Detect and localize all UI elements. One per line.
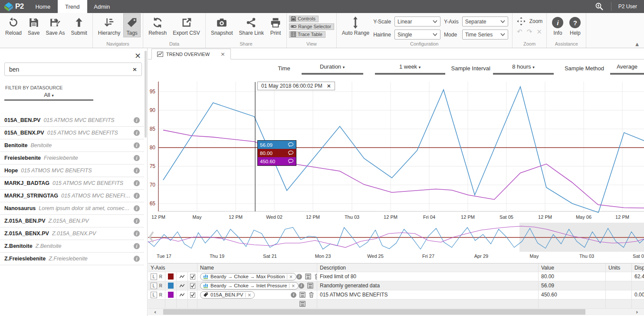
save-button[interactable]: Save (25, 13, 43, 37)
range-selector-toggle[interactable]: Range Selector (289, 23, 334, 30)
line-style-cell[interactable] (177, 272, 188, 281)
trash-icon[interactable] (314, 273, 317, 280)
tag-list-item[interactable]: Hope 015 ATMOS MVC BENEFITS i (0, 165, 144, 177)
tag-info-icon[interactable]: i (134, 180, 140, 186)
axis-left-button[interactable]: L (151, 292, 157, 298)
calculator-icon[interactable] (299, 292, 306, 298)
comment-bubble-icon[interactable] (288, 151, 294, 155)
search-clear-icon[interactable]: × (132, 66, 137, 72)
tag-info-icon[interactable]: i (134, 205, 140, 211)
calculator-icon[interactable] (305, 273, 311, 280)
tag-info-icon[interactable]: i (134, 142, 140, 148)
tag-info-icon[interactable]: i (134, 155, 140, 161)
tag-info-icon[interactable]: i (134, 130, 140, 136)
calculator-icon[interactable] (307, 283, 313, 289)
trace-table-toggle[interactable]: Trace Table (289, 31, 325, 38)
tag-list-item[interactable]: Z.Freieslebenite Z.Freieslebenite i (0, 253, 144, 265)
sidebar-close-icon[interactable]: × (135, 52, 141, 59)
help-button[interactable]: ? Help (566, 13, 584, 37)
pill-remove-icon[interactable]: × (287, 274, 294, 279)
collapse-ribbon-button[interactable]: ▲ (635, 42, 639, 46)
tag-info-icon[interactable]: i (134, 117, 140, 123)
tag-list-item[interactable]: MARKJ_STRINGTAG 015 ATMOS MVC BENEFITS i (0, 190, 144, 202)
mode-select[interactable]: Time Series (462, 30, 508, 40)
tags-button[interactable]: Tags (123, 13, 141, 37)
tag-info-icon[interactable]: i (134, 218, 140, 224)
scroll-right-icon[interactable]: › (636, 309, 638, 315)
scrollbar-thumb[interactable] (163, 309, 585, 315)
axis-left-button[interactable]: L (151, 283, 157, 289)
tag-list-item[interactable]: 015A_BENX.PV 015 ATMOS MVC BENEFITS i (0, 127, 144, 139)
submit-button[interactable]: Submit (68, 13, 90, 37)
tag-search-input[interactable] (9, 66, 132, 73)
visible-checkbox[interactable] (190, 292, 195, 298)
tab-close-icon[interactable]: × (220, 51, 225, 57)
trace-info-icon[interactable]: i (296, 274, 302, 280)
hairline-select[interactable]: Single (394, 30, 440, 40)
tag-list-item[interactable]: MARKJ_BADTAG 015 ATMOS MVC BENEFITS i (0, 177, 144, 190)
axis-left-button[interactable]: L (151, 273, 157, 280)
tag-info-icon[interactable]: i (134, 243, 140, 249)
tab-home[interactable]: Home (28, 0, 58, 13)
tag-list-item[interactable]: 015A_BEN.PV 015 ATMOS MVC BENEFITS i (0, 114, 144, 127)
comment-bubble-icon[interactable] (288, 142, 294, 147)
tag-list-item[interactable]: Z.015A_BENX.PV Z.015A_BENX.PV i (0, 227, 144, 240)
user-label[interactable]: P2 User (618, 3, 637, 10)
axis-right-button[interactable]: R (159, 274, 162, 279)
visible-checkbox[interactable] (190, 283, 195, 289)
main-trend-chart[interactable]: 12 PMMay12 PMWed 0212 PMThu 0312 PMFri 0… (148, 77, 644, 221)
controls-toggle[interactable]: Controls (289, 16, 319, 22)
y-axis-select[interactable]: Separate (462, 16, 508, 26)
snapshot-button[interactable]: Snapshot (208, 13, 236, 37)
axis-right-button[interactable]: R (159, 283, 162, 288)
series-color-swatch[interactable] (168, 273, 174, 280)
tag-list-item[interactable]: Benitoite Benitoite i (0, 139, 144, 152)
tag-info-icon[interactable]: i (134, 230, 140, 237)
datasource-filter-dropdown[interactable]: All ▾ (0, 92, 98, 98)
line-style-cell[interactable] (177, 281, 188, 290)
zoom-redo-icon[interactable]: ↷ (527, 28, 532, 36)
zoom-clear-icon[interactable]: × (536, 28, 542, 36)
tag-info-icon[interactable]: i (134, 256, 140, 262)
sample-method-dropdown[interactable]: Average (610, 62, 644, 75)
trash-icon[interactable] (309, 292, 314, 298)
y-scale-select[interactable]: Linear (394, 16, 440, 26)
pill-remove-icon[interactable]: × (289, 283, 296, 288)
calculator-icon[interactable] (299, 301, 306, 307)
duration-mode-dropdown[interactable]: Duration ▾ (302, 62, 363, 75)
duration-value-dropdown[interactable]: 1 week ▾ (375, 62, 445, 75)
tag-list-item[interactable]: Nanosaurus Lorem ipsum dolor sit amet, c… (0, 202, 144, 215)
trace-info-icon[interactable]: i (291, 292, 296, 298)
trace-pill[interactable]: Beardy → Choke → Inlet Pressure × (200, 282, 299, 290)
tag-list-item[interactable]: Z.015A_BEN.PV Z.015A_BEN.PV i (0, 215, 144, 227)
save-as-button[interactable]: Save As (43, 13, 68, 37)
sample-interval-dropdown[interactable]: 8 hours ▾ (493, 62, 554, 75)
series-color-swatch[interactable] (168, 283, 174, 289)
scroll-left-icon[interactable]: ‹ (154, 309, 156, 315)
tag-list-item[interactable]: Freieslebenite Freieslebenite i (0, 152, 144, 165)
trace-pill[interactable]: 015A_BEN.PV × (200, 291, 255, 299)
pill-remove-icon[interactable]: × (245, 293, 253, 297)
reload-button[interactable]: Reload (2, 13, 25, 37)
trace-info-icon[interactable]: i (299, 283, 304, 289)
visible-checkbox[interactable] (190, 274, 195, 280)
hairline-close-icon[interactable]: × (327, 83, 331, 89)
zoom-undo-icon[interactable]: ↶ (517, 28, 522, 36)
refresh-button[interactable]: Refresh (145, 13, 170, 37)
tag-list-item[interactable]: Z.Benitoite Z.Benitoite i (0, 240, 144, 253)
sidebar-scrollbar[interactable] (145, 51, 147, 138)
zoom-button[interactable]: Zoom (515, 13, 545, 26)
axis-right-button[interactable]: R (159, 293, 162, 297)
line-style-cell[interactable] (177, 290, 188, 299)
share-link-button[interactable]: Share Link (236, 13, 267, 37)
tag-info-icon[interactable]: i (134, 168, 140, 174)
comment-bubble-icon[interactable] (288, 159, 294, 164)
export-csv-button[interactable]: Export CSV (170, 13, 203, 37)
print-button[interactable]: Print (267, 13, 284, 37)
auto-range-button[interactable]: Auto Range (339, 13, 372, 37)
tab-trend[interactable]: Trend (58, 0, 87, 13)
range-selector-chart[interactable]: Tue 17Thu 19Sat 21Mon 23Wed 25Fri 27Apr … (148, 221, 644, 261)
tab-admin[interactable]: Admin (87, 0, 117, 13)
global-search-icon[interactable] (595, 2, 604, 11)
trend-overview-tab[interactable]: TREND OVERVIEW × (151, 49, 231, 59)
